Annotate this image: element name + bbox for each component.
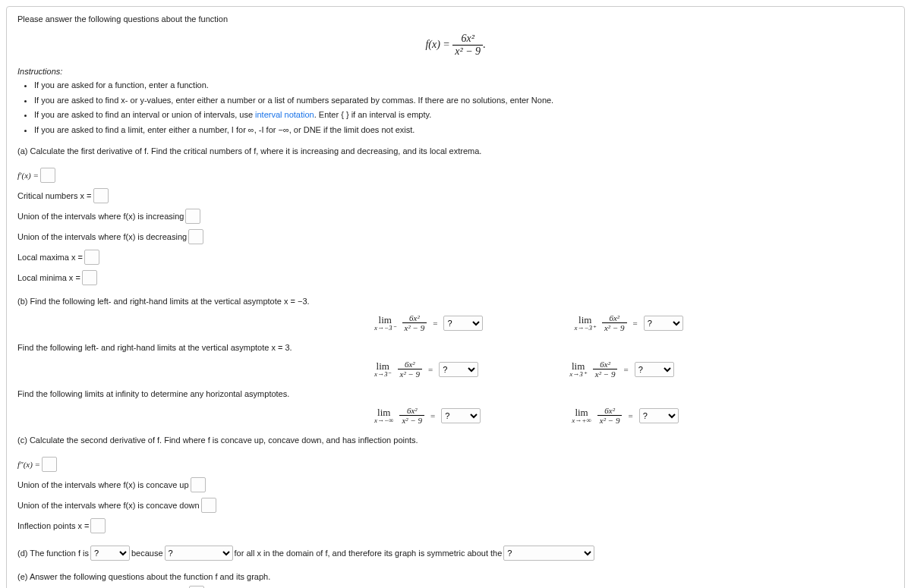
limit-expr: limx→−3⁻ 6x²x² − 9 = ? <box>374 313 483 332</box>
limit-expr: limx→−∞ 6x²x² − 9 = ? <box>374 406 481 425</box>
instructions-header: Instructions: <box>17 67 894 76</box>
limit-expr: limx→3⁻ 6x²x² − 9 = ? <box>374 360 478 379</box>
part-c-heading: (c) Calculate the second derivative of f… <box>17 435 894 445</box>
part-d-row: (d) The function f is ? because ? for al… <box>17 545 894 561</box>
interval-notation-link[interactable]: interval notation <box>255 110 314 119</box>
part-b-inf: Find the following limits at infinity to… <box>17 389 894 398</box>
limit-select[interactable]: ? <box>443 316 483 331</box>
inflection-label: Inflection points x = <box>17 517 89 534</box>
concaveup-input[interactable] <box>191 477 206 492</box>
localmax-input[interactable] <box>84 250 99 265</box>
fdprime-label: f″(x) = <box>17 456 40 473</box>
main-function: f(x) = 6x² x² − 9 . <box>17 33 894 58</box>
fprime-label: f′(x) = <box>17 167 39 184</box>
decreasing-label: Union of the intervals where f(x) is dec… <box>17 228 187 245</box>
fprime-input[interactable] <box>40 168 55 183</box>
limit-select[interactable]: ? <box>635 362 674 377</box>
domain-label: The domain of f is the set (in <box>17 585 123 588</box>
limit-select[interactable]: ? <box>644 316 683 331</box>
part-b-heading: (b) Find the following left- and right-h… <box>17 297 894 306</box>
symmetry-reason-select[interactable]: ? <box>165 546 233 561</box>
decreasing-input[interactable] <box>188 229 203 244</box>
critical-input[interactable] <box>93 188 109 203</box>
part-b-mid: Find the following left- and right-hand … <box>17 343 894 352</box>
localmax-label: Local maxima x = <box>17 249 83 266</box>
instructions-list: If you are asked for a function, enter a… <box>34 79 894 136</box>
limit-expr: limx→+∞ 6x²x² − 9 = ? <box>572 406 678 425</box>
limit-select[interactable]: ? <box>441 408 481 423</box>
localmin-label: Local minima x = <box>17 269 80 286</box>
part-a-heading: (a) Calculate the first derivative of f.… <box>17 146 894 156</box>
intro-text: Please answer the following questions ab… <box>17 14 894 24</box>
fdprime-input[interactable] <box>42 457 57 472</box>
increasing-label: Union of the intervals where f(x) is inc… <box>17 208 184 225</box>
part-e-heading: (e) Answer the following questions about… <box>17 572 894 581</box>
instruction-item: If you are asked for a function, enter a… <box>34 79 894 92</box>
critical-label: Critical numbers x = <box>17 187 92 204</box>
limit-select[interactable]: ? <box>439 362 478 377</box>
concavedown-input[interactable] <box>201 498 216 513</box>
symmetry-type-select[interactable]: ? <box>90 546 130 561</box>
limit-expr: limx→3⁺ 6x²x² − 9 = ? <box>569 360 673 379</box>
concavedown-label: Union of the intervals where f(x) is con… <box>17 497 200 514</box>
instruction-item: If you are asked to find an interval or … <box>34 108 894 121</box>
instruction-item: If you are asked to find a limit, enter … <box>34 124 894 137</box>
limit-select[interactable]: ? <box>639 408 679 423</box>
instruction-item: If you are asked to find x- or y-values,… <box>34 94 894 107</box>
increasing-input[interactable] <box>185 209 200 224</box>
localmin-input[interactable] <box>82 270 97 285</box>
inflection-input[interactable] <box>90 518 106 533</box>
symmetry-about-select[interactable]: ? <box>503 546 594 561</box>
concaveup-label: Union of the intervals where f(x) is con… <box>17 476 189 493</box>
limit-expr: limx→−3⁺ 6x²x² − 9 = ? <box>574 313 682 332</box>
interval-notation-link[interactable]: interval notation <box>125 585 184 588</box>
